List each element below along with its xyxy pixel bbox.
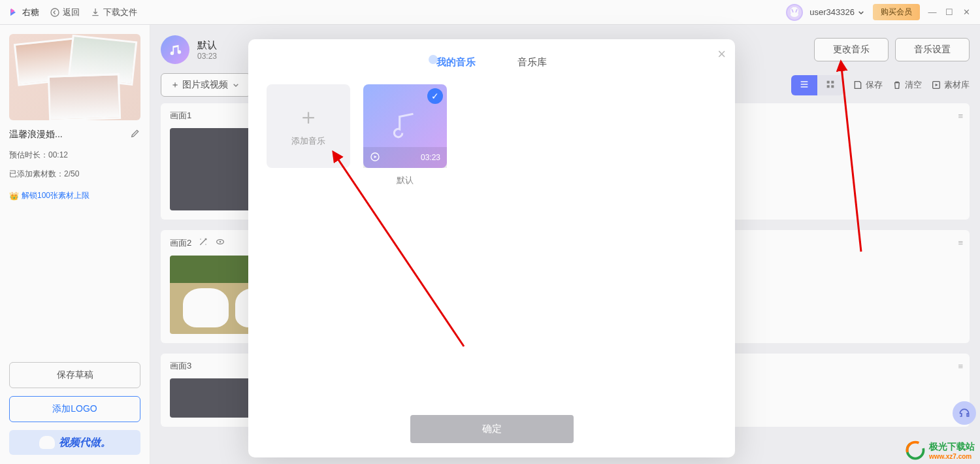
play-icon[interactable] — [370, 152, 380, 164]
tab-my-music[interactable]: 我的音乐 — [435, 54, 477, 71]
music-modal: × 我的音乐 音乐库 ＋ 添加音乐 ✓ 03:23 — [248, 39, 735, 457]
watermark-url: www.xz7.com — [929, 453, 975, 460]
confirm-button[interactable]: 确定 — [410, 415, 574, 443]
watermark-icon — [906, 440, 925, 460]
track-name: 默认 — [363, 174, 447, 186]
watermark: 极光下载站 www.xz7.com — [906, 440, 975, 460]
selected-check-icon: ✓ — [427, 88, 443, 104]
watermark-title: 极光下载站 — [929, 441, 975, 453]
plus-icon: ＋ — [297, 105, 319, 127]
track-duration: 03:23 — [421, 153, 440, 162]
add-music-label: 添加音乐 — [291, 135, 325, 147]
add-music-button[interactable]: ＋ 添加音乐 — [267, 84, 350, 168]
music-track-tile[interactable]: ✓ 03:23 — [363, 84, 447, 168]
tab-music-library[interactable]: 音乐库 — [516, 54, 548, 71]
note-icon — [389, 108, 421, 148]
modal-close-button[interactable]: × — [717, 46, 726, 63]
